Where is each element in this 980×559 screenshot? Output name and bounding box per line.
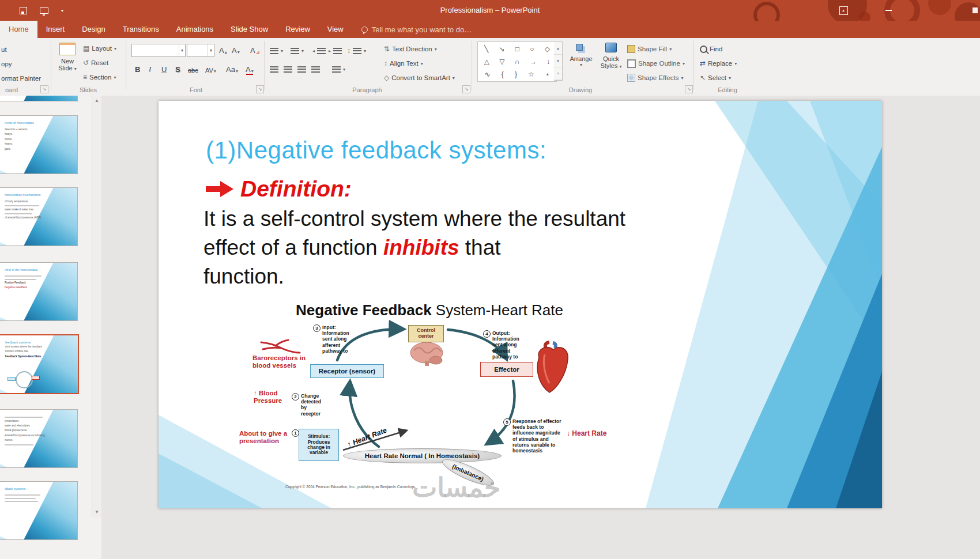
align-text-button[interactable]: ↕Align Text▾	[384, 58, 423, 69]
font-name-combo[interactable]: ▾	[131, 44, 186, 57]
drawing-dialog-launcher[interactable]: ↘	[685, 85, 693, 93]
underline-button[interactable]: U	[161, 63, 167, 74]
decrease-indent-button[interactable]: ◂	[312, 45, 326, 56]
format-painter-button[interactable]: ormat Painter	[1, 73, 41, 84]
tab-review[interactable]: Review	[277, 21, 319, 38]
convert-to-smartart-button[interactable]: ◇Convert to SmartArt▾	[384, 72, 455, 84]
layout-button[interactable]: ▤Layout▾	[83, 43, 116, 54]
tab-slideshow[interactable]: Slide Show	[222, 21, 277, 38]
tab-insert[interactable]: Insert	[37, 21, 74, 38]
numbering-button[interactable]: ▾	[291, 45, 304, 56]
slide-thumbnail-partial[interactable]	[0, 96, 78, 101]
powerpoint-window: ▾ Professionalism – PowerPoint ▴ Home In…	[0, 0, 980, 559]
tab-view[interactable]: View	[319, 21, 352, 38]
font-color-button[interactable]: A▾	[246, 63, 254, 74]
tellme-box[interactable]: Tell me what you want to do…	[361, 21, 472, 38]
definition-line[interactable]: Definition:	[206, 176, 352, 202]
slide-thumbnail-5[interactable]: temperature. water and electrolytes. blo…	[0, 409, 78, 468]
start-slideshow-icon[interactable]	[40, 7, 48, 14]
slide-thumbnail-2[interactable]: homeostatic mechanisms: of body temperat…	[0, 187, 78, 246]
find-button[interactable]: Find	[700, 43, 722, 55]
text-direction-button[interactable]: ⇅Text Direction▾	[384, 43, 437, 55]
bullets-button[interactable]: ▾	[270, 45, 283, 56]
clipboard-group-label: oard	[0, 86, 23, 93]
red-arrow-icon	[206, 181, 233, 197]
chevron-down-icon: ▾	[620, 64, 622, 69]
about-presentation-label: About to give a presentation	[239, 430, 295, 445]
slide-thumbnail-6[interactable]: dback systems :	[0, 481, 78, 540]
grow-font-icon: A	[219, 46, 224, 55]
slide-title[interactable]: (1)Negative feedback systems:	[206, 137, 546, 164]
restore-button[interactable]	[966, 0, 980, 21]
bold-button[interactable]: B	[135, 63, 140, 74]
align-left-button[interactable]	[270, 63, 278, 75]
replace-button[interactable]: ⇄Replace▾	[700, 58, 737, 69]
smartart-icon: ◇	[384, 74, 389, 81]
shape-brace-right-icon: }	[515, 70, 517, 78]
scroll-down-arrow[interactable]: ▼	[92, 507, 101, 517]
thumbnail-scrollbar[interactable]: ▲ ▼	[92, 96, 101, 517]
new-slide-button[interactable]: New Slide ▾	[54, 43, 81, 71]
save-icon[interactable]	[20, 7, 27, 14]
tab-animations[interactable]: Animations	[168, 21, 222, 38]
slide-thumbnail-3[interactable]: ntrol of the homeostatic Positive Feedba…	[0, 262, 78, 321]
text-shadow-button[interactable]: S	[175, 63, 180, 74]
qat-customize-icon[interactable]: ▾	[61, 8, 63, 13]
line-spacing-button[interactable]: ↕▾	[347, 45, 366, 56]
tab-transitions[interactable]: Transitions	[114, 21, 168, 38]
section-button[interactable]: ≡Section▾	[83, 71, 116, 83]
text-direction-icon: ⇅	[384, 46, 390, 52]
character-spacing-button[interactable]: AV▾	[205, 63, 216, 74]
step2-note: 2Change detected by receptor	[292, 393, 325, 417]
shape-effects-icon	[627, 74, 635, 82]
align-right-button[interactable]	[297, 63, 306, 75]
shapes-scroll-down[interactable]: ▾	[554, 55, 562, 67]
columns-button[interactable]: ▾	[332, 63, 345, 75]
arrange-button[interactable]: Arrange ▾	[567, 43, 595, 67]
receptor-box: Receptor (sensor)	[310, 364, 384, 378]
align-center-button[interactable]	[284, 63, 292, 75]
minimize-button[interactable]	[880, 0, 897, 21]
slide-thumbnail-4-selected[interactable]: feedback systems: ntrol system where the…	[0, 334, 79, 394]
paragraph-dialog-launcher[interactable]: ↘	[462, 85, 470, 93]
shape-outline-icon	[627, 59, 636, 68]
shape-fill-button[interactable]: Shape Fill▾	[627, 43, 672, 55]
heart-rate-down-label: ↓ Heart Rate	[567, 430, 619, 438]
stimulus-box: Stimulus: Produces change in variable	[299, 429, 339, 461]
quick-access-toolbar: ▾	[20, 0, 63, 21]
shapes-scroll-up[interactable]: ▴	[554, 42, 562, 55]
shape-outline-button[interactable]: Shape Outline▾	[627, 58, 685, 69]
shapes-gallery[interactable]: ╲↘□○◇ △▽∩→↓ ∿{}☆⋆	[477, 41, 557, 82]
select-button[interactable]: ↖Select▾	[700, 72, 731, 84]
reset-button[interactable]: ↺Reset	[83, 57, 108, 69]
current-slide[interactable]: (1)Negative feedback systems: Definition…	[159, 101, 882, 508]
change-case-button[interactable]: Aa▾	[226, 63, 238, 74]
body-line-1: It is a self-control system where the re…	[203, 205, 728, 233]
cut-button[interactable]: ut	[1, 44, 7, 55]
grow-font-button[interactable]: A▴	[219, 44, 227, 55]
slide-body-text[interactable]: It is a self-control system where the re…	[203, 205, 728, 291]
shape-rectangle-icon: □	[515, 45, 519, 53]
ribbon-display-options-button[interactable]: ▴	[835, 0, 852, 21]
slide-thumbnail-1[interactable]: nents of homeostatic detectors + sensors…	[0, 115, 78, 174]
chevron-down-icon: ▾	[74, 66, 77, 71]
shrink-font-button[interactable]: A▾	[232, 44, 240, 55]
justify-button[interactable]	[311, 63, 320, 75]
feedback-diagram[interactable]: Negative Feedback System-Heart Rate	[239, 301, 620, 508]
tab-home[interactable]: Home	[0, 21, 37, 38]
quick-styles-icon	[605, 43, 617, 52]
font-size-combo[interactable]: ▾	[187, 44, 214, 57]
copy-button[interactable]: opy	[1, 58, 12, 70]
font-dialog-launcher[interactable]: ↘	[256, 85, 264, 93]
clear-formatting-button[interactable]: A◢	[250, 44, 259, 55]
increase-indent-button[interactable]: ▸	[329, 45, 342, 56]
scroll-up-arrow[interactable]: ▲	[92, 96, 101, 105]
tab-design[interactable]: Design	[73, 21, 114, 38]
clipboard-dialog-launcher[interactable]: ↘	[40, 85, 48, 93]
shape-effects-button[interactable]: Shape Effects▾	[627, 72, 683, 84]
control-center-box: Control center	[408, 325, 444, 342]
italic-button[interactable]: I	[149, 63, 151, 74]
strikethrough-button[interactable]: abc	[188, 63, 198, 74]
shapes-more[interactable]: ≡	[554, 67, 562, 80]
quick-styles-button[interactable]: Quick Styles ▾	[598, 43, 624, 69]
